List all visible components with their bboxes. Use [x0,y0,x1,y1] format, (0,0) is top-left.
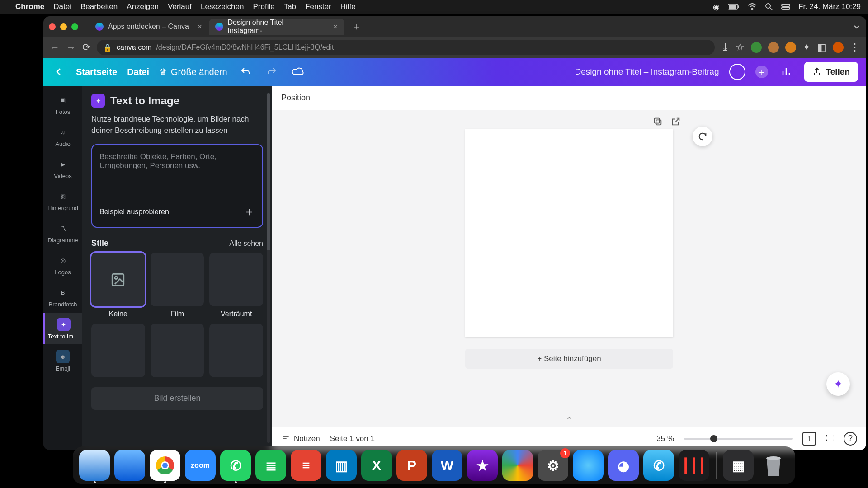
spotlight-icon[interactable] [765,3,773,11]
menu-profile[interactable]: Profile [253,2,274,11]
notes-button[interactable]: Notizen [281,434,320,443]
fullscreen-icon[interactable]: ⛶ [826,434,834,443]
extension-icon-2[interactable] [768,42,779,53]
zoom-slider[interactable] [684,438,793,440]
try-example-button[interactable]: Beispiel ausprobieren [99,208,169,216]
window-close[interactable] [49,23,56,30]
battery-icon[interactable] [728,4,740,10]
nav-home[interactable]: Startseite [76,67,117,77]
add-page-button[interactable]: + Seite hinzufügen [465,349,673,369]
cloud-sync-icon[interactable] [290,64,306,80]
menu-anzeigen[interactable]: Anzeigen [127,2,159,11]
prompt-textarea[interactable]: Beschreibe Objekte, Farben, Orte, Umgebu… [99,152,255,193]
generate-image-button[interactable]: Bild erstellen [91,387,263,410]
style-none[interactable]: Keine [91,253,145,318]
style-film[interactable]: Film [151,253,204,318]
canvas-page[interactable] [465,129,673,337]
share-button[interactable]: Teilen [804,62,859,82]
rail-hintergrund[interactable]: ▨Hintergrund [43,185,82,216]
profile-avatar[interactable] [833,42,844,53]
style-dream[interactable]: Verträumt [209,253,263,318]
dock-powerpoint[interactable]: P [396,450,427,481]
menu-bearbeiten[interactable]: Bearbeiten [80,2,118,11]
screen-record-icon[interactable]: ◉ [713,2,720,12]
user-avatar[interactable] [729,64,745,80]
page-expand-arrow-icon[interactable]: ⌃ [566,415,573,426]
forward-button[interactable]: → [66,42,76,53]
window-minimize[interactable] [60,23,67,30]
back-to-home-button[interactable] [52,65,66,79]
dock-excel[interactable]: X [361,450,392,481]
zoom-value[interactable]: 35 % [656,434,674,443]
dock-word[interactable]: W [432,450,462,481]
nav-file[interactable]: Datei [127,67,149,77]
rail-audio[interactable]: ♫Audio [43,121,82,152]
back-button[interactable]: ← [50,42,60,53]
tab-close-icon[interactable]: ✕ [197,23,203,30]
dock-voice-memos[interactable]: ┃┃┃ [679,450,709,481]
sidepanel-icon[interactable]: ◧ [817,42,826,53]
address-bar[interactable]: 🔒 canva.com/design/DAFeGfv4mD0/8wNhH46Fi… [97,40,715,55]
style-row2-c[interactable] [209,324,263,377]
see-all-styles[interactable]: Alle sehen [229,239,263,248]
dock-imovie[interactable]: ★ [467,450,498,481]
undo-button[interactable] [237,64,254,80]
install-app-icon[interactable]: ⤓ [721,42,729,53]
extensions-puzzle-icon[interactable]: ✦ [802,42,811,53]
magic-fab[interactable]: ✦ [826,372,850,396]
menu-fenster[interactable]: Fenster [305,2,331,11]
document-title[interactable]: Design ohne Titel – Instagram-Beitrag [575,67,719,77]
menu-lesezeichen[interactable]: Lesezeichen [201,2,244,11]
rail-videos[interactable]: ▶Videos [43,153,82,184]
dock-discord[interactable]: ◕ [608,450,639,481]
dock-spotify[interactable]: ≣ [255,450,286,481]
tab-canva-apps[interactable]: Apps entdecken – Canva ✕ [89,19,209,35]
menu-verlauf[interactable]: Verlauf [168,2,192,11]
rail-logos[interactable]: ◎Logos [43,249,82,280]
rail-diagramme[interactable]: 〽Diagramme [43,217,82,248]
duplicate-page-icon[interactable] [653,117,663,128]
resize-button[interactable]: ♛Größe ändern [159,66,227,77]
new-tab-button[interactable]: ＋ [348,20,365,33]
dock-trash[interactable] [758,450,789,481]
tab-list-dropdown-icon[interactable] [853,23,861,31]
reload-button[interactable]: ⟳ [82,42,90,53]
dock-chrome[interactable] [150,450,180,481]
menubar-clock[interactable]: Fr. 24. März 10:29 [798,2,861,11]
redo-button[interactable] [264,64,280,80]
canvas-viewport[interactable]: + Seite hinzufügen ⌃ ✦ [272,110,866,427]
rail-emoji[interactable]: ☻Emoji [43,345,82,376]
menu-tab[interactable]: Tab [284,2,296,11]
refresh-fab[interactable] [693,127,712,146]
dock-app-blue[interactable] [573,450,604,481]
try-example-plus-icon[interactable]: ＋ [243,204,255,220]
style-row2-a[interactable] [91,324,145,377]
wifi-icon[interactable] [748,3,757,10]
rail-text-to-image[interactable]: ✦Text to Im… [43,313,82,344]
menu-hilfe[interactable]: Hilfe [340,2,356,11]
extension-icon-1[interactable] [751,42,762,53]
chrome-menu-icon[interactable]: ⋮ [850,42,860,53]
dock-folder[interactable]: ▦ [723,450,754,481]
position-button[interactable]: Position [281,93,310,103]
open-new-icon[interactable] [671,117,681,128]
rail-brandfetch[interactable]: BBrandfetch [43,281,82,312]
dock-finder[interactable] [79,450,110,481]
help-button[interactable]: ? [844,432,857,446]
bookmark-star-icon[interactable]: ☆ [736,42,745,53]
menubar-app-name[interactable]: Chrome [15,2,44,11]
panel-scrollbar[interactable] [267,93,270,443]
tab-close-icon[interactable]: ✕ [333,23,338,30]
tab-canva-design[interactable]: Design ohne Titel – Instagram- ✕ [209,19,344,35]
dock-zoom[interactable]: zoom [185,450,216,481]
control-center-icon[interactable] [781,4,790,10]
dock-whatsapp[interactable]: ✆ [220,450,251,481]
add-collaborator-button[interactable]: ＋ [755,66,768,78]
menu-datei[interactable]: Datei [53,2,71,11]
dock-app-cyan[interactable]: ✆ [643,450,674,481]
dock-safari[interactable] [114,450,145,481]
dock-trello[interactable]: ▥ [326,450,357,481]
style-row2-b[interactable] [151,324,204,377]
window-zoom[interactable] [71,23,78,30]
insights-icon[interactable] [778,64,794,80]
